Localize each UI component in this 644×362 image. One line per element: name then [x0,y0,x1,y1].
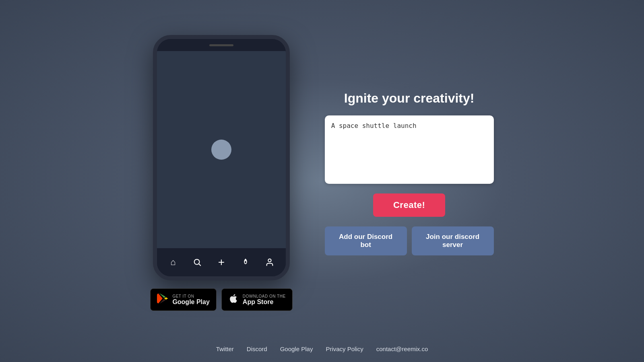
google-play-text: GET IT ON Google Play [172,294,209,306]
add-icon[interactable]: + [213,254,229,270]
store-buttons: GET IT ON Google Play Download on the Ap… [150,288,292,311]
phone-navbar: ⌂ + [157,248,286,276]
join-discord-server-button[interactable]: Join our discord server [412,226,494,255]
phone-notch-bar [157,39,286,51]
right-panel: Ignite your creativity! A space shuttle … [325,91,494,255]
headline: Ignite your creativity! [344,91,475,106]
add-discord-bot-button[interactable]: Add our Discord bot [325,226,407,255]
app-store-sub: Download on the [243,294,286,298]
create-button[interactable]: Create! [373,193,445,217]
svg-point-2 [268,259,271,262]
google-play-main: Google Play [172,298,209,306]
phone-screen [157,51,286,248]
phone-mockup: ⌂ + [153,35,290,280]
app-store-main: App Store [243,298,286,306]
phone-notch [209,44,233,46]
footer-google-play[interactable]: Google Play [280,346,313,352]
google-play-sub: GET IT ON [172,294,209,298]
app-store-text: Download on the App Store [243,294,286,306]
footer-discord[interactable]: Discord [247,346,267,352]
footer: Twitter Discord Google Play Privacy Poli… [0,346,644,352]
apple-icon [228,293,239,306]
phone-loading-circle [211,140,231,160]
search-icon[interactable] [189,254,205,270]
main-content: ⌂ + [0,35,644,327]
app-store-button[interactable]: Download on the App Store [221,288,293,311]
footer-twitter[interactable]: Twitter [216,346,234,352]
discord-buttons: Add our Discord bot Join our discord ser… [325,226,494,255]
footer-contact[interactable]: contact@reemix.co [376,346,428,352]
google-play-icon [157,293,168,307]
google-play-button[interactable]: GET IT ON Google Play [150,288,216,311]
home-icon[interactable]: ⌂ [165,254,181,270]
svg-line-1 [199,264,200,265]
profile-icon[interactable] [262,254,278,270]
prompt-textarea[interactable]: A space shuttle launch [325,115,494,184]
phone-container: ⌂ + [150,35,292,311]
footer-privacy-policy[interactable]: Privacy Policy [326,346,363,352]
fire-icon[interactable] [237,254,254,270]
